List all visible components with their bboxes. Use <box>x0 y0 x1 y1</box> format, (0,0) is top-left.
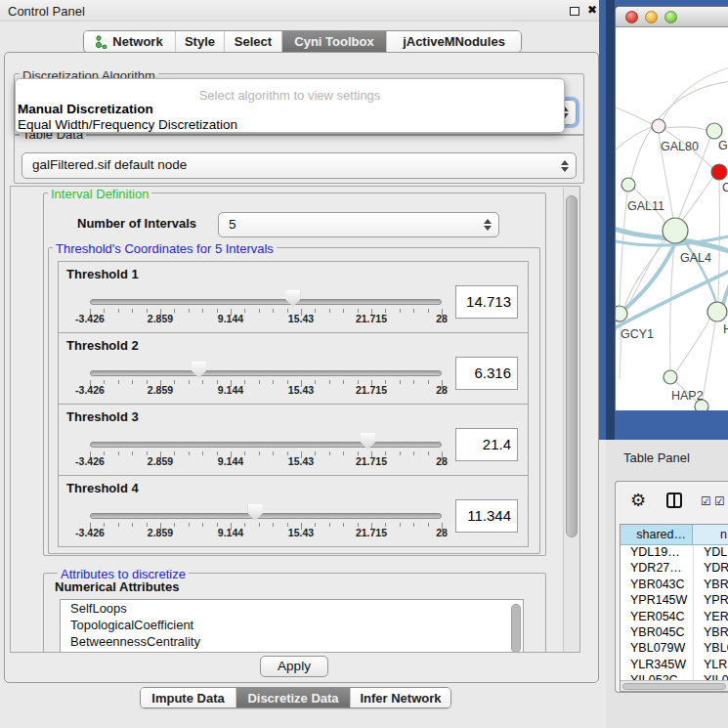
minor-tick <box>118 380 119 384</box>
minor-tick <box>259 523 260 527</box>
minor-tick <box>400 309 401 313</box>
minor-tick <box>202 380 203 384</box>
cell-name[interactable]: YDR2 <box>693 561 728 577</box>
slider-track[interactable] <box>90 513 442 519</box>
minor-tick <box>413 451 414 455</box>
slider-track[interactable] <box>90 370 442 376</box>
cell-name[interactable]: YER0 <box>693 610 728 625</box>
table-row[interactable]: YBL079WYBL0 <box>621 641 728 657</box>
threshold-value-field[interactable]: 14.713 <box>455 285 518 319</box>
cell-shared-name[interactable]: YPR145W <box>621 593 693 609</box>
apply-button[interactable]: Apply <box>260 656 328 677</box>
cell-shared-name[interactable]: YDR27… <box>621 561 693 577</box>
cell-name[interactable]: YBR0 <box>693 625 728 641</box>
tab-style[interactable]: Style <box>175 31 224 52</box>
float-window-icon[interactable] <box>570 7 579 16</box>
minimize-traffic-light[interactable] <box>645 11 658 23</box>
network-edge[interactable] <box>670 243 674 370</box>
network-edge[interactable] <box>663 66 728 120</box>
network-edge[interactable] <box>616 106 652 124</box>
checkbox-icon[interactable]: ☑ <box>701 494 711 508</box>
network-edge[interactable] <box>703 321 715 400</box>
numerical-attributes-list[interactable]: SelfLoopsTopologicalCoefficientBetweenne… <box>60 599 524 653</box>
network-node[interactable] <box>616 306 627 321</box>
cell-shared-name[interactable]: YBR043C <box>621 578 693 593</box>
table-row[interactable]: YLR345WYLR3 <box>621 658 728 673</box>
cell-name[interactable]: YLR3 <box>693 658 728 673</box>
number-of-intervals-combo[interactable]: 5 <box>218 212 499 237</box>
tab-network[interactable]: Network <box>84 31 175 52</box>
cell-shared-name[interactable]: YLR345W <box>621 658 693 673</box>
network-node[interactable] <box>664 370 677 384</box>
tab-cyni-toolbox[interactable]: Cyni Toolbox <box>281 31 386 52</box>
table-row[interactable]: YBR045CYBR0 <box>621 625 728 641</box>
minor-tick <box>343 309 344 313</box>
cell-shared-name[interactable]: YBR045C <box>621 625 693 641</box>
cell-name[interactable]: YPR1 <box>693 593 728 609</box>
minor-tick <box>202 451 203 455</box>
threshold-value-field[interactable]: 21.4 <box>455 428 518 461</box>
threshold-value-field[interactable]: 11.344 <box>455 499 518 533</box>
cell-name[interactable]: YDL1 <box>693 545 728 561</box>
slider-track[interactable] <box>90 299 442 305</box>
tab-jactivemnodules[interactable]: jActiveMNodules <box>386 31 521 52</box>
dropdown-option-equal-width[interactable]: Equal Width/Frequency Discretization <box>16 117 564 133</box>
minor-tick <box>189 523 190 527</box>
checkbox-icon[interactable]: ☑ <box>714 494 725 508</box>
cell-shared-name[interactable]: YBL079W <box>621 641 693 657</box>
split-pane-icon[interactable] <box>666 492 682 508</box>
minor-tick <box>428 380 429 384</box>
cell-shared-name[interactable]: YER054C <box>621 610 693 625</box>
network-edge[interactable] <box>665 127 707 130</box>
network-canvas[interactable]: GAL80GCGAL11GAL4GCY1HHAP2 <box>616 27 728 410</box>
tab-infer-network[interactable]: Infer Network <box>350 688 450 707</box>
network-node[interactable] <box>663 218 688 243</box>
attribute-list-item[interactable]: SelfLoops <box>61 600 523 617</box>
cell-name[interactable]: YBR0 <box>693 578 728 593</box>
node-table[interactable]: shared… n YDL19…YDL1YDR27…YDR2YBR043CYBR… <box>620 524 728 692</box>
network-edge[interactable] <box>624 239 666 308</box>
scale-label: -3.426 <box>75 313 105 324</box>
close-icon[interactable]: ✖ <box>587 3 597 17</box>
network-node[interactable] <box>652 119 665 133</box>
table-row[interactable]: YDL19…YDL1 <box>621 545 728 561</box>
network-window-titlebar[interactable] <box>616 7 728 27</box>
network-node[interactable] <box>711 164 727 180</box>
cell-name[interactable]: YBL0 <box>693 641 728 657</box>
tab-label: Impute Data <box>151 691 224 706</box>
tab-impute-data[interactable]: Impute Data <box>141 688 236 707</box>
table-row[interactable]: YDR27…YDR2 <box>621 561 728 577</box>
gear-icon[interactable]: ⚙ <box>630 490 646 510</box>
tab-label: Discretize Data <box>247 691 338 706</box>
column-header-name[interactable]: n <box>693 525 728 544</box>
table-row[interactable]: YPR145WYPR1 <box>621 593 728 609</box>
network-node[interactable] <box>621 178 635 192</box>
slider-track[interactable] <box>90 442 442 448</box>
table-data-combo[interactable]: galFiltered.sif default node <box>21 152 577 179</box>
network-edge[interactable] <box>676 318 710 371</box>
network-edge[interactable] <box>616 127 652 154</box>
dropdown-option-manual[interactable]: Manual Discretization <box>16 102 564 117</box>
network-node[interactable] <box>707 123 722 139</box>
table-row[interactable]: YBR043CYBR0 <box>621 578 728 593</box>
network-node[interactable] <box>707 302 727 321</box>
cell-shared-name[interactable]: YDL19… <box>621 545 693 561</box>
zoom-traffic-light[interactable] <box>664 11 677 23</box>
close-traffic-light[interactable] <box>625 11 638 23</box>
table-header-row[interactable]: shared… n <box>621 525 728 545</box>
threshold-value-field[interactable]: 6.316 <box>455 357 518 390</box>
list-scrollbar[interactable] <box>511 603 521 653</box>
network-edge[interactable] <box>718 180 719 302</box>
scrollbar-thumb[interactable] <box>566 195 578 537</box>
scrollbar-thumb[interactable] <box>622 683 726 690</box>
network-edge[interactable] <box>684 240 716 303</box>
tab-select[interactable]: Select <box>224 31 281 52</box>
attribute-list-item[interactable]: BetweennessCentrality <box>61 633 523 650</box>
attribute-list-item[interactable]: TopologicalCoefficient <box>61 617 523 633</box>
tab-discretize-data[interactable]: Discretize Data <box>236 688 350 707</box>
vertical-scrollbar[interactable] <box>563 188 579 653</box>
network-edge[interactable] <box>620 192 627 306</box>
table-row[interactable]: YER054CYER0 <box>621 610 728 625</box>
column-header-shared[interactable]: shared… <box>621 525 693 544</box>
horizontal-scrollbar[interactable] <box>621 680 728 691</box>
